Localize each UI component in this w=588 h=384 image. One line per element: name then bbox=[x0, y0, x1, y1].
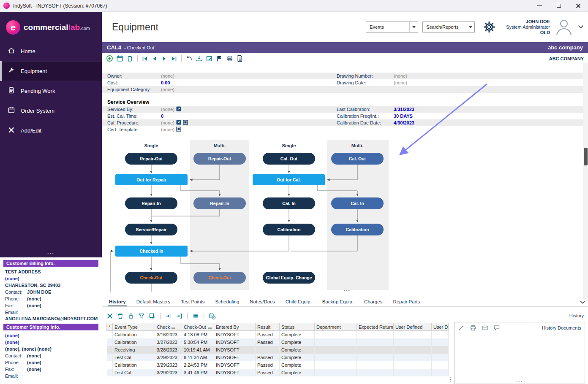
flow-node-repair-in-single[interactable]: Repair-In bbox=[125, 197, 177, 209]
maximize-button[interactable] bbox=[549, 0, 569, 12]
column-header-status[interactable]: Status bbox=[280, 323, 315, 331]
table-cell bbox=[107, 346, 113, 354]
flow-node-checked-in[interactable]: Checked In bbox=[115, 246, 188, 257]
row-indicator-column-header[interactable]: * bbox=[107, 323, 113, 331]
calendar-clock-icon[interactable] bbox=[209, 313, 216, 320]
events-dropdown[interactable]: Events bbox=[366, 22, 418, 32]
tab-repair-parts[interactable]: Repair Parts bbox=[392, 299, 421, 306]
table-cell: Complete bbox=[280, 346, 315, 354]
table-row[interactable]: Calibration3/16/20234:13:08 PMINDYSOFTPa… bbox=[107, 331, 449, 338]
flow-node-repair-out-single[interactable]: Repair-Out bbox=[125, 153, 177, 165]
collapse-chevron-icon[interactable] bbox=[580, 299, 585, 305]
column-header-user-defined[interactable]: User Defined bbox=[394, 323, 432, 331]
tab-charges[interactable]: Charges bbox=[363, 299, 383, 306]
tab-default-masters[interactable]: Default Masters bbox=[136, 299, 172, 306]
document-icon[interactable] bbox=[236, 55, 243, 62]
minimize-button[interactable] bbox=[530, 0, 549, 12]
tab-backup-equip[interactable]: Backup Equip. bbox=[321, 299, 354, 306]
flow-node-service-repair[interactable]: Service/Repair bbox=[125, 224, 177, 235]
flow-node-repair-in-multi[interactable]: Repair-In bbox=[193, 197, 246, 209]
column-header-expected-return[interactable]: Expected Return bbox=[357, 323, 394, 331]
filter-icon[interactable] bbox=[138, 313, 145, 319]
table-cell: Passed bbox=[256, 338, 280, 346]
wand-icon[interactable] bbox=[458, 325, 465, 331]
flow-node-calibration-single[interactable]: Calibration bbox=[263, 224, 315, 235]
edit-record-icon[interactable] bbox=[206, 55, 213, 62]
flag-add-icon[interactable] bbox=[216, 55, 223, 62]
column-header-event-type[interactable]: Event Type bbox=[113, 323, 155, 331]
flow-node-check-out-multi[interactable]: Check-Out bbox=[193, 272, 246, 284]
sidebar-item-pending-work[interactable]: Pending Work bbox=[0, 81, 102, 101]
settings-gear-icon[interactable] bbox=[482, 19, 497, 35]
diagram-expander[interactable]: ... bbox=[318, 287, 377, 292]
close-button[interactable] bbox=[569, 0, 588, 12]
viewer-icon[interactable] bbox=[176, 127, 181, 133]
table-row[interactable]: Calibration3/27/20235:30:54 PMINDYSOFTPa… bbox=[107, 338, 449, 346]
previous-record-icon[interactable] bbox=[151, 55, 158, 62]
next-record-icon[interactable] bbox=[161, 55, 168, 62]
column-header-check[interactable]: Check bbox=[155, 323, 182, 331]
app-icon bbox=[3, 3, 10, 9]
history-panel-expander[interactable]: ... bbox=[455, 378, 585, 384]
last-record-icon[interactable] bbox=[171, 55, 177, 62]
grid-edit-icon[interactable] bbox=[149, 313, 155, 319]
import-row-icon[interactable] bbox=[165, 313, 172, 319]
column-label: Event Type bbox=[114, 325, 138, 330]
email-icon[interactable] bbox=[482, 325, 488, 331]
sidebar-item-home[interactable]: Home bbox=[0, 41, 102, 61]
delete-row-icon[interactable] bbox=[117, 313, 124, 319]
tab-test-points[interactable]: Test Points bbox=[180, 299, 205, 306]
pane-splitter[interactable]: ⋮ bbox=[448, 376, 453, 382]
flow-node-out-for-cal[interactable]: Out for Cal. bbox=[253, 174, 325, 185]
sidebar-item-equipment[interactable]: Equipment bbox=[0, 61, 102, 81]
flow-node-cal-out-single[interactable]: Cal. Out bbox=[263, 153, 315, 165]
user-menu-chevron-icon[interactable] bbox=[578, 24, 584, 30]
add-record-icon[interactable] bbox=[106, 55, 113, 62]
undo-icon[interactable] bbox=[185, 55, 193, 62]
lookup-icon[interactable] bbox=[176, 120, 181, 126]
lookup-icon[interactable] bbox=[176, 106, 181, 112]
table-row[interactable]: Calibration3/29/20232:24:53 PMINDYSOFTPa… bbox=[107, 361, 449, 369]
first-record-icon[interactable] bbox=[142, 55, 148, 62]
comment-icon[interactable] bbox=[493, 325, 500, 331]
scrollbar-thumb[interactable] bbox=[584, 148, 588, 165]
flow-node-cal-in-multi[interactable]: Cal. In bbox=[331, 197, 384, 209]
flow-node-global-equip-change[interactable]: Global Equip. Change bbox=[263, 272, 315, 284]
column-header-user-defined-2[interactable]: User Defined bbox=[432, 323, 449, 331]
flow-node-calibration-multi[interactable]: Calibration bbox=[331, 224, 384, 235]
flow-node-cal-in-single[interactable]: Cal. In bbox=[263, 197, 315, 209]
print-document-icon[interactable] bbox=[470, 325, 476, 331]
export-icon[interactable] bbox=[196, 55, 203, 62]
flow-node-cal-out-multi[interactable]: Cal. Out bbox=[331, 153, 384, 165]
vertical-scrollbar[interactable] bbox=[583, 63, 588, 300]
lock-icon[interactable] bbox=[128, 313, 134, 319]
viewer-icon[interactable] bbox=[183, 120, 188, 126]
tab-notes-docs[interactable]: Notes/Docs bbox=[249, 299, 275, 306]
column-header-result[interactable]: Result bbox=[256, 323, 280, 331]
search-reports-dropdown[interactable]: Search/Reports bbox=[422, 22, 475, 32]
table-row[interactable]: Test Cal3/29/20233:41:46 PMINDYSOFTPasse… bbox=[107, 369, 449, 376]
sidebar-item-order-system[interactable]: Order System bbox=[0, 101, 102, 121]
sidebar-item-add-edit[interactable]: Add/Edit bbox=[0, 121, 102, 141]
tools-icon[interactable] bbox=[106, 313, 113, 319]
schedule-calendar-icon[interactable] bbox=[116, 55, 123, 62]
delete-record-icon[interactable] bbox=[126, 55, 133, 62]
column-header-department[interactable]: Department bbox=[315, 323, 357, 331]
shipping-contact-label: Contact: bbox=[5, 353, 27, 359]
column-header-entered-by[interactable]: Entered By bbox=[214, 323, 256, 331]
tab-scheduling[interactable]: Scheduling bbox=[214, 299, 240, 306]
column-header-check-out[interactable]: Check-Out bbox=[182, 323, 214, 331]
print-icon[interactable] bbox=[226, 55, 233, 62]
table-row[interactable]: Receiving3/28/202310:19:41 AMINDYSOFTCom… bbox=[107, 346, 449, 354]
table-row[interactable]: Test Cal3/29/20238:11:34 AMINDYSOFTPasse… bbox=[107, 354, 449, 361]
billing-email-value[interactable]: ANGELENA.MARCIANO@INDYSOFT.COM bbox=[3, 316, 99, 322]
tab-child-equip[interactable]: Child Equip. bbox=[285, 299, 313, 306]
tab-history[interactable]: History bbox=[108, 299, 127, 306]
flow-node-repair-out-multi[interactable]: Repair-Out bbox=[193, 153, 246, 165]
sidebar-expander[interactable]: ... bbox=[0, 248, 102, 257]
export-row-icon[interactable] bbox=[176, 313, 182, 319]
avatar[interactable] bbox=[554, 18, 574, 37]
list-view-icon[interactable] bbox=[192, 313, 199, 319]
flow-node-check-out-single[interactable]: Check-Out bbox=[125, 272, 177, 284]
flow-node-out-for-repair[interactable]: Out for Repair bbox=[115, 174, 188, 185]
